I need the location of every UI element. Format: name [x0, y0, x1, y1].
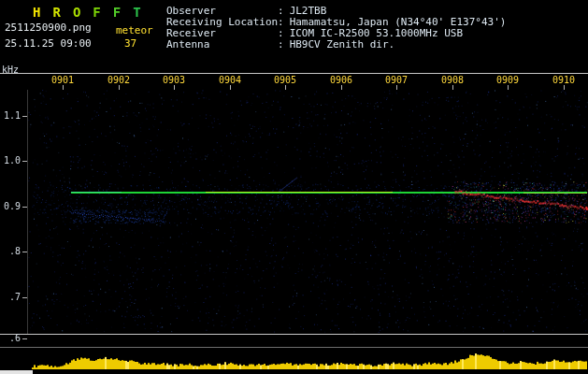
time-tick-label: 0909 [492, 75, 523, 85]
freq-tick-label: 1.1 [0, 110, 21, 121]
time-tick-label: 0906 [325, 75, 357, 85]
freq-tick-label: 1.0 [0, 155, 21, 165]
time-tick-label: 0908 [437, 75, 468, 85]
info-label: Antenna [166, 39, 278, 50]
time-tick-label: 0910 [548, 75, 580, 85]
time-tick-label: 0905 [269, 75, 301, 85]
info-colon: : [278, 38, 290, 50]
title-letter: T [133, 5, 140, 20]
info-row-antenna: Antenna:HB9CV Zenith dir. [166, 39, 506, 50]
station-info: Observer:JL2TBB Receiving Location:Hamam… [166, 6, 506, 50]
title-letter: H [33, 5, 40, 20]
spectrogram-canvas [0, 0, 588, 374]
freq-tick-label: 0.9 [0, 201, 21, 211]
output-filename: 2511250900.png [5, 22, 92, 34]
freq-tick-label: .8 [0, 246, 21, 256]
title-letter: F [113, 5, 121, 20]
datetime-label: 25.11.25 09:00 [5, 37, 92, 50]
time-tick-label: 0902 [103, 75, 135, 85]
title-letter: O [73, 5, 80, 20]
app-title: HROFFT [33, 5, 153, 20]
time-tick-label: 0901 [47, 75, 79, 85]
time-tick-label: 0903 [158, 75, 190, 85]
title-letter: F [93, 5, 100, 20]
freq-tick-label: .6 [0, 333, 21, 343]
freq-tick-label: .7 [0, 292, 21, 302]
time-tick-label: 0907 [380, 75, 412, 85]
freq-unit-label: kHz [2, 65, 19, 75]
mode-label: meteor [116, 24, 153, 36]
hrofft-window: HROFFT 2511250900.png meteor 25.11.25 09… [0, 0, 588, 374]
meteor-count: 37 [124, 37, 136, 50]
title-letter: R [52, 5, 60, 20]
time-tick-label: 0904 [214, 75, 246, 85]
info-value: HB9CV Zenith dir. [290, 38, 395, 50]
